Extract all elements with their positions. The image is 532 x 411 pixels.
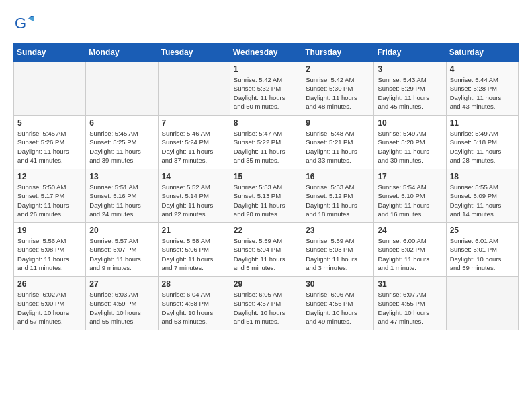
calendar-cell: 25Sunrise: 6:01 AM Sunset: 5:01 PM Dayli… xyxy=(446,223,518,277)
calendar-cell xyxy=(86,62,158,116)
day-detail: Sunrise: 5:53 AM Sunset: 5:12 PM Dayligh… xyxy=(306,183,370,218)
day-detail: Sunrise: 5:47 AM Sunset: 5:22 PM Dayligh… xyxy=(234,129,298,165)
calendar-cell: 4Sunrise: 5:44 AM Sunset: 5:28 PM Daylig… xyxy=(446,62,518,116)
day-number: 18 xyxy=(450,172,515,181)
day-detail: Sunrise: 5:53 AM Sunset: 5:13 PM Dayligh… xyxy=(234,183,298,218)
day-number: 1 xyxy=(234,64,298,74)
day-detail: Sunrise: 6:00 AM Sunset: 5:02 PM Dayligh… xyxy=(378,236,442,272)
logo: G xyxy=(13,13,38,34)
calendar-cell: 20Sunrise: 5:57 AM Sunset: 5:07 PM Dayli… xyxy=(86,223,158,277)
weekday-header-monday: Monday xyxy=(86,44,158,62)
day-number: 24 xyxy=(378,226,442,235)
calendar-cell: 12Sunrise: 5:50 AM Sunset: 5:17 PM Dayli… xyxy=(14,169,86,223)
day-number: 15 xyxy=(234,172,298,181)
day-number: 8 xyxy=(234,118,298,128)
day-number: 16 xyxy=(306,172,370,181)
calendar-cell xyxy=(158,62,230,116)
day-number: 19 xyxy=(17,226,82,235)
day-detail: Sunrise: 6:07 AM Sunset: 4:55 PM Dayligh… xyxy=(378,290,442,326)
day-detail: Sunrise: 5:52 AM Sunset: 5:14 PM Dayligh… xyxy=(162,183,226,218)
day-number: 12 xyxy=(17,172,82,181)
day-detail: Sunrise: 6:02 AM Sunset: 5:00 PM Dayligh… xyxy=(17,290,82,326)
weekday-header-wednesday: Wednesday xyxy=(230,44,302,62)
calendar-cell: 3Sunrise: 5:43 AM Sunset: 5:29 PM Daylig… xyxy=(374,62,446,116)
calendar-cell: 26Sunrise: 6:02 AM Sunset: 5:00 PM Dayli… xyxy=(14,277,86,330)
day-number: 26 xyxy=(17,279,82,289)
day-detail: Sunrise: 5:59 AM Sunset: 5:03 PM Dayligh… xyxy=(306,236,370,272)
day-detail: Sunrise: 5:55 AM Sunset: 5:09 PM Dayligh… xyxy=(450,183,515,218)
day-number: 25 xyxy=(450,226,515,235)
day-detail: Sunrise: 5:42 AM Sunset: 5:32 PM Dayligh… xyxy=(234,75,298,111)
day-number: 20 xyxy=(89,226,154,235)
calendar-cell: 16Sunrise: 5:53 AM Sunset: 5:12 PM Dayli… xyxy=(302,169,374,223)
day-number: 9 xyxy=(306,118,370,128)
calendar-cell: 28Sunrise: 6:04 AM Sunset: 4:58 PM Dayli… xyxy=(158,277,230,330)
weekday-header-tuesday: Tuesday xyxy=(158,44,230,62)
calendar-cell: 9Sunrise: 5:48 AM Sunset: 5:21 PM Daylig… xyxy=(302,116,374,169)
day-number: 27 xyxy=(89,279,154,289)
calendar-cell xyxy=(446,277,518,330)
calendar-cell: 1Sunrise: 5:42 AM Sunset: 5:32 PM Daylig… xyxy=(230,62,302,116)
day-number: 17 xyxy=(378,172,442,181)
calendar-cell: 30Sunrise: 6:06 AM Sunset: 4:56 PM Dayli… xyxy=(302,277,374,330)
day-number: 3 xyxy=(378,64,442,74)
weekday-header-friday: Friday xyxy=(374,44,446,62)
day-number: 22 xyxy=(234,226,298,235)
calendar-cell: 5Sunrise: 5:45 AM Sunset: 5:26 PM Daylig… xyxy=(14,116,86,169)
day-detail: Sunrise: 5:48 AM Sunset: 5:21 PM Dayligh… xyxy=(306,129,370,165)
calendar-cell xyxy=(14,62,86,116)
day-detail: Sunrise: 6:03 AM Sunset: 4:59 PM Dayligh… xyxy=(89,290,154,326)
day-detail: Sunrise: 5:46 AM Sunset: 5:24 PM Dayligh… xyxy=(162,129,226,165)
day-number: 6 xyxy=(89,118,154,128)
day-number: 21 xyxy=(162,226,226,235)
weekday-header-saturday: Saturday xyxy=(446,44,518,62)
page: G SundayMondayTuesdayWednesdayThursdayFr… xyxy=(0,0,532,337)
day-number: 23 xyxy=(306,226,370,235)
day-number: 4 xyxy=(450,64,515,74)
day-detail: Sunrise: 6:04 AM Sunset: 4:58 PM Dayligh… xyxy=(162,290,226,326)
calendar-cell: 23Sunrise: 5:59 AM Sunset: 5:03 PM Dayli… xyxy=(302,223,374,277)
calendar-cell: 11Sunrise: 5:49 AM Sunset: 5:18 PM Dayli… xyxy=(446,116,518,169)
weekday-header-thursday: Thursday xyxy=(302,44,374,62)
calendar: SundayMondayTuesdayWednesdayThursdayFrid… xyxy=(13,43,519,330)
day-detail: Sunrise: 6:06 AM Sunset: 4:56 PM Dayligh… xyxy=(306,290,370,326)
calendar-cell: 8Sunrise: 5:47 AM Sunset: 5:22 PM Daylig… xyxy=(230,116,302,169)
day-detail: Sunrise: 5:42 AM Sunset: 5:30 PM Dayligh… xyxy=(306,75,370,111)
week-row-1: 1Sunrise: 5:42 AM Sunset: 5:32 PM Daylig… xyxy=(14,62,519,116)
calendar-cell: 17Sunrise: 5:54 AM Sunset: 5:10 PM Dayli… xyxy=(374,169,446,223)
day-detail: Sunrise: 5:45 AM Sunset: 5:25 PM Dayligh… xyxy=(89,129,154,165)
day-detail: Sunrise: 5:43 AM Sunset: 5:29 PM Dayligh… xyxy=(378,75,442,111)
calendar-cell: 27Sunrise: 6:03 AM Sunset: 4:59 PM Dayli… xyxy=(86,277,158,330)
day-detail: Sunrise: 5:58 AM Sunset: 5:06 PM Dayligh… xyxy=(162,236,226,272)
day-number: 30 xyxy=(306,279,370,289)
weekday-header-row: SundayMondayTuesdayWednesdayThursdayFrid… xyxy=(14,44,519,62)
day-number: 14 xyxy=(162,172,226,181)
day-number: 2 xyxy=(306,64,370,74)
svg-text:G: G xyxy=(15,15,26,32)
day-detail: Sunrise: 6:05 AM Sunset: 4:57 PM Dayligh… xyxy=(234,290,298,326)
day-detail: Sunrise: 6:01 AM Sunset: 5:01 PM Dayligh… xyxy=(450,236,515,272)
day-number: 11 xyxy=(450,118,515,128)
day-detail: Sunrise: 5:50 AM Sunset: 5:17 PM Dayligh… xyxy=(17,183,82,218)
calendar-cell: 19Sunrise: 5:56 AM Sunset: 5:08 PM Dayli… xyxy=(14,223,86,277)
day-detail: Sunrise: 5:44 AM Sunset: 5:28 PM Dayligh… xyxy=(450,75,515,111)
day-detail: Sunrise: 5:54 AM Sunset: 5:10 PM Dayligh… xyxy=(378,183,442,218)
day-detail: Sunrise: 5:59 AM Sunset: 5:04 PM Dayligh… xyxy=(234,236,298,272)
day-number: 29 xyxy=(234,279,298,289)
calendar-cell: 21Sunrise: 5:58 AM Sunset: 5:06 PM Dayli… xyxy=(158,223,230,277)
week-row-5: 26Sunrise: 6:02 AM Sunset: 5:00 PM Dayli… xyxy=(14,277,519,330)
week-row-3: 12Sunrise: 5:50 AM Sunset: 5:17 PM Dayli… xyxy=(14,169,519,223)
calendar-cell: 10Sunrise: 5:49 AM Sunset: 5:20 PM Dayli… xyxy=(374,116,446,169)
calendar-cell: 2Sunrise: 5:42 AM Sunset: 5:30 PM Daylig… xyxy=(302,62,374,116)
weekday-header-sunday: Sunday xyxy=(14,44,86,62)
day-detail: Sunrise: 5:49 AM Sunset: 5:20 PM Dayligh… xyxy=(378,129,442,165)
day-number: 13 xyxy=(89,172,154,181)
day-detail: Sunrise: 5:45 AM Sunset: 5:26 PM Dayligh… xyxy=(17,129,82,165)
header: G xyxy=(13,13,519,34)
day-number: 5 xyxy=(17,118,82,128)
calendar-cell: 6Sunrise: 5:45 AM Sunset: 5:25 PM Daylig… xyxy=(86,116,158,169)
day-number: 31 xyxy=(378,279,442,289)
day-number: 10 xyxy=(378,118,442,128)
day-detail: Sunrise: 5:56 AM Sunset: 5:08 PM Dayligh… xyxy=(17,236,82,272)
day-detail: Sunrise: 5:57 AM Sunset: 5:07 PM Dayligh… xyxy=(89,236,154,272)
